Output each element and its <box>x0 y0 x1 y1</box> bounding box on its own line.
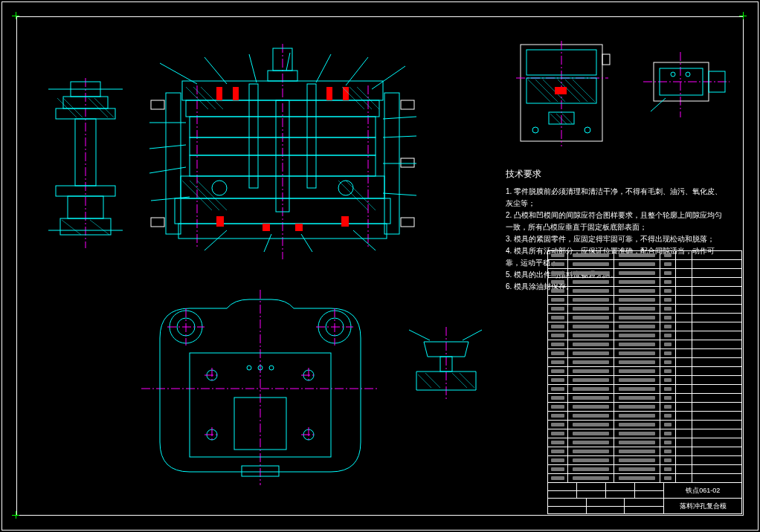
bom-row <box>548 304 741 313</box>
svg-line-45 <box>205 57 227 84</box>
svg-line-62 <box>353 230 376 250</box>
svg-line-74 <box>88 98 108 117</box>
bom-row <box>548 455 741 464</box>
svg-point-103 <box>247 366 251 370</box>
svg-line-110 <box>425 373 440 388</box>
svg-line-43 <box>346 181 376 210</box>
svg-line-113 <box>409 330 430 340</box>
svg-rect-17 <box>151 218 164 227</box>
aux-top-view-2 <box>643 52 732 119</box>
main-section-view <box>145 48 420 253</box>
bom-row <box>548 286 741 295</box>
bom-row <box>548 411 741 420</box>
svg-rect-26 <box>343 87 349 100</box>
svg-point-139 <box>671 72 675 77</box>
bom-row <box>548 402 741 411</box>
tech-req-item-3: 3. 模具的紧固零件，应固定得牢固可靠，不得出现松动和脱落； <box>506 233 729 245</box>
cad-drawing-canvas: 技术要求 1. 零件脱膜前必须清理和清洁干净，不得有毛刺、油污、氧化皮、灰尘等；… <box>0 0 760 532</box>
bom-row <box>548 357 741 366</box>
svg-line-60 <box>264 234 271 252</box>
svg-point-140 <box>686 72 690 77</box>
svg-line-41 <box>197 181 227 210</box>
bom-row <box>548 384 741 393</box>
bom-row <box>548 348 741 357</box>
svg-rect-23 <box>216 87 222 100</box>
bom-row <box>548 393 741 402</box>
svg-line-112 <box>460 373 474 388</box>
bom-row <box>548 259 741 268</box>
corner-mark-tr <box>739 12 747 19</box>
svg-point-31 <box>212 181 227 195</box>
svg-rect-18 <box>401 158 414 167</box>
svg-rect-27 <box>216 216 224 227</box>
bom-row <box>548 464 741 473</box>
svg-rect-25 <box>326 87 332 100</box>
svg-line-59 <box>205 230 227 250</box>
svg-line-121 <box>535 80 558 102</box>
svg-point-131 <box>532 127 538 133</box>
corner-mark-tl <box>12 12 19 19</box>
tech-req-item-2: 2. 凸模和凹模间的间隙应符合图样要求，且整个轮廓上间隙应均匀一致，所有凸模应垂… <box>506 210 729 233</box>
svg-point-132 <box>585 127 590 133</box>
svg-line-71 <box>57 98 77 117</box>
svg-line-40 <box>190 181 219 210</box>
svg-rect-28 <box>341 216 349 227</box>
svg-rect-19 <box>401 218 414 227</box>
svg-rect-126 <box>555 87 567 94</box>
svg-rect-133 <box>602 54 610 65</box>
svg-line-42 <box>338 181 368 210</box>
svg-line-44 <box>160 63 197 84</box>
bom-row <box>548 322 741 331</box>
bom-row <box>548 375 741 384</box>
detail-a-view <box>394 327 498 401</box>
svg-rect-13 <box>166 93 181 234</box>
svg-line-128 <box>550 114 561 124</box>
svg-rect-15 <box>151 100 164 109</box>
svg-line-120 <box>528 80 550 102</box>
left-section-view <box>41 82 130 245</box>
svg-rect-21 <box>307 84 316 188</box>
title-block: 铁点061-02 落料冲孔复合模 <box>547 250 742 514</box>
bom-row <box>548 438 741 447</box>
bom-row <box>548 313 741 322</box>
svg-line-61 <box>301 234 312 252</box>
svg-rect-16 <box>401 100 414 109</box>
bom-row <box>548 251 741 259</box>
bom-row <box>548 473 741 482</box>
top-plan-view <box>145 293 376 483</box>
svg-line-48 <box>316 54 331 82</box>
svg-line-114 <box>463 330 482 340</box>
aux-top-view-1 <box>513 41 614 149</box>
bom-table <box>548 251 741 482</box>
bom-row <box>548 268 741 277</box>
svg-rect-29 <box>263 224 270 231</box>
svg-line-50 <box>372 66 405 89</box>
bom-row <box>548 429 741 438</box>
corner-mark-bl <box>12 511 19 519</box>
bom-row <box>548 295 741 304</box>
bom-row <box>548 447 741 455</box>
bom-row <box>548 331 741 340</box>
svg-rect-20 <box>249 84 258 188</box>
tech-req-heading: 技术要求 <box>506 167 729 181</box>
bom-row <box>548 340 741 348</box>
svg-line-76 <box>90 220 109 235</box>
svg-line-111 <box>452 373 467 388</box>
svg-line-125 <box>573 80 595 102</box>
drawing-title: 落料冲孔复合模 <box>680 502 727 511</box>
tech-req-item-1: 1. 零件脱膜前必须清理和清洁干净，不得有毛刺、油污、氧化皮、灰尘等； <box>506 186 729 210</box>
svg-point-105 <box>269 366 274 370</box>
svg-line-73 <box>94 98 114 117</box>
drawing-number: 铁点061-02 <box>686 486 720 496</box>
svg-line-130 <box>562 114 573 124</box>
svg-line-109 <box>418 374 431 388</box>
svg-line-72 <box>63 98 83 117</box>
bom-row <box>548 277 741 286</box>
svg-rect-24 <box>233 87 239 100</box>
bom-row <box>548 366 741 375</box>
svg-rect-30 <box>295 224 303 231</box>
bom-row <box>548 420 741 429</box>
svg-line-46 <box>249 54 257 82</box>
svg-line-75 <box>62 220 81 235</box>
svg-line-124 <box>565 80 587 102</box>
